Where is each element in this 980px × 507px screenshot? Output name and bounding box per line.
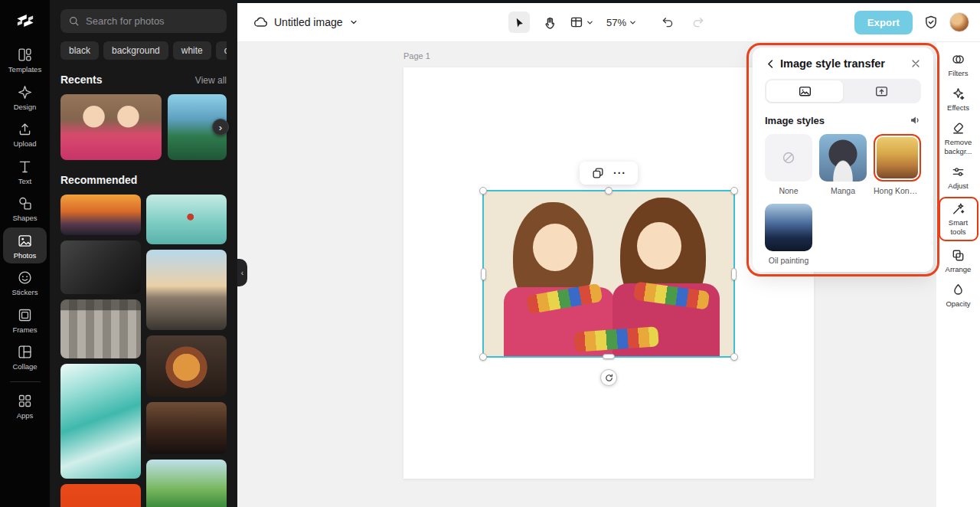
view-all-link[interactable]: View all [195, 75, 227, 86]
more-options-icon[interactable]: ··· [613, 168, 626, 178]
rotate-icon [604, 373, 614, 383]
resize-handle-bottom-left[interactable] [479, 353, 487, 361]
resize-handle-left[interactable] [481, 268, 486, 280]
select-tool-button[interactable] [508, 11, 530, 33]
image-style-transfer-panel: Image style transfer Image styles [753, 47, 933, 272]
tool-arrange[interactable]: Arrange [939, 248, 978, 274]
rotate-handle[interactable] [600, 369, 617, 386]
tool-filters[interactable]: Filters [939, 52, 978, 78]
zoom-level-button[interactable]: 57% [603, 11, 640, 33]
photo-thumbnail[interactable] [146, 402, 227, 454]
style-options-grid: None Manga Hong Kong ... Oil painting [765, 134, 921, 265]
sidebar-item-design[interactable]: Design [3, 79, 47, 116]
capcut-logo-icon[interactable] [14, 9, 37, 35]
export-button[interactable]: Export [854, 11, 913, 34]
photo-thumbnail[interactable] [60, 364, 141, 479]
sidebar-item-collage[interactable]: Collage [3, 339, 47, 375]
carousel-next-button[interactable]: › [212, 119, 229, 136]
style-option-manga[interactable]: Manga [819, 134, 867, 195]
sidebar-item-frames[interactable]: Frames [3, 302, 47, 339]
resize-handle-top-left[interactable] [479, 187, 487, 195]
document-title[interactable]: Untitled image [274, 16, 343, 28]
frames-icon [17, 307, 33, 323]
style-option-oil-painting[interactable]: Oil painting [765, 204, 812, 265]
panel-title: Image style transfer [780, 57, 910, 70]
remove-background-icon [951, 121, 965, 136]
speaker-icon[interactable] [909, 114, 921, 126]
style-option-hong-kong[interactable]: Hong Kong ... [874, 134, 921, 195]
canvas-workspace[interactable]: Page 1 ‹ [237, 42, 980, 507]
chevron-left-icon: ‹ [241, 269, 243, 277]
tab-preset-styles[interactable] [766, 80, 843, 102]
tool-label: Filters [949, 69, 969, 78]
search-input[interactable] [86, 15, 219, 27]
two-girls-illustration [484, 191, 733, 356]
tag-chip[interactable]: c [216, 41, 227, 60]
chevron-right-icon: › [219, 123, 222, 132]
hand-tool-button[interactable] [539, 11, 560, 33]
tool-label: Arrange [946, 265, 972, 274]
recent-photo-thumbnail[interactable] [60, 94, 162, 160]
photo-thumbnail[interactable] [146, 460, 227, 507]
duplicate-icon[interactable] [591, 166, 605, 180]
cloud-save-icon[interactable] [253, 15, 268, 30]
sidebar-item-apps[interactable]: Apps [3, 388, 47, 424]
sidebar-item-photos[interactable]: Photos [3, 227, 47, 264]
tool-label: Smart tools [941, 218, 976, 237]
tool-opacity[interactable]: Opacity [939, 283, 978, 309]
top-toolbar: Untitled image 57% [237, 3, 980, 42]
sidebar-item-label: Frames [12, 326, 37, 334]
style-option-label: Manga [831, 186, 855, 195]
photo-thumbnail[interactable] [60, 299, 141, 358]
tool-adjust[interactable]: Adjust [939, 165, 978, 191]
chevron-down-icon [629, 18, 637, 27]
undo-button[interactable] [657, 11, 678, 33]
arrange-icon [951, 248, 965, 263]
tag-chip[interactable]: background [103, 41, 168, 60]
tool-effects[interactable]: Effects [939, 87, 978, 113]
tool-label: Opacity [946, 299, 970, 309]
panel-collapse-handle[interactable]: ‹ [237, 259, 247, 286]
sidebar-item-stickers[interactable]: Stickers [3, 264, 47, 301]
photo-thumbnail[interactable] [146, 195, 227, 244]
undo-icon [661, 15, 675, 29]
tool-smart-tools[interactable]: Smart tools [939, 197, 978, 241]
chevron-down-icon[interactable] [349, 18, 358, 27]
tool-remove-background[interactable]: Remove backgr... [939, 121, 978, 156]
resize-handle-bottom-right[interactable] [730, 353, 738, 361]
resize-handle-top-right[interactable] [730, 187, 738, 195]
hand-icon [543, 15, 557, 29]
shapes-icon [17, 195, 33, 211]
sidebar-item-templates[interactable]: Templates [3, 41, 47, 78]
photo-thumbnail[interactable] [146, 335, 227, 397]
right-tool-sidebar: Filters Effects Remove backgr... Adjust … [936, 42, 980, 507]
photo-thumbnail[interactable] [146, 250, 227, 330]
sidebar-item-label: Text [18, 178, 31, 185]
photo-thumbnail[interactable] [60, 195, 141, 235]
canvas-size-button[interactable] [570, 11, 594, 33]
photo-thumbnail[interactable] [60, 484, 141, 507]
close-icon[interactable] [910, 58, 921, 69]
sidebar-item-upload[interactable]: Upload [3, 116, 47, 152]
resize-handle-bottom[interactable] [603, 354, 615, 359]
tab-custom-style[interactable] [843, 80, 920, 102]
tag-chip[interactable]: black [60, 41, 99, 60]
resize-handle-top[interactable] [605, 187, 612, 195]
recommended-title: Recommended [60, 174, 137, 186]
photo-thumbnail[interactable] [60, 240, 141, 294]
style-option-none[interactable]: None [765, 134, 812, 195]
redo-button[interactable] [688, 11, 709, 33]
sidebar-item-label: Upload [13, 140, 36, 148]
shield-check-icon[interactable] [923, 15, 939, 30]
tool-label: Effects [947, 103, 969, 113]
back-chevron-icon[interactable] [765, 58, 776, 70]
sidebar-item-shapes[interactable]: Shapes [3, 190, 47, 227]
sidebar-item-text[interactable]: Text [3, 153, 47, 190]
table-grid-icon [570, 15, 583, 29]
resize-handle-right[interactable] [731, 268, 737, 280]
selected-image[interactable] [484, 191, 733, 356]
tag-chip[interactable]: white [173, 41, 211, 60]
sidebar-item-label: Apps [17, 412, 34, 420]
search-bar[interactable] [60, 9, 227, 33]
user-avatar[interactable] [949, 12, 969, 32]
